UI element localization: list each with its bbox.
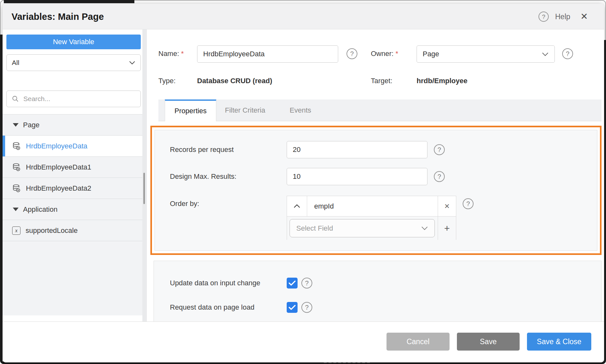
- type-value: Database CRUD (read): [197, 77, 272, 85]
- update-on-input-change-label: Update data on input change: [170, 279, 260, 287]
- cancel-button[interactable]: Cancel: [387, 333, 450, 351]
- chevron-down-icon: [542, 52, 549, 56]
- name-label: Name:*: [158, 50, 184, 58]
- design-max-results-label: Design Max. Results:: [170, 172, 236, 181]
- tree-item-hrdbemployeedata2[interactable]: HrdbEmployeeData2: [3, 178, 142, 199]
- records-per-request-input[interactable]: [287, 141, 427, 158]
- save-button[interactable]: Save: [457, 333, 520, 351]
- order-by-field-value[interactable]: empId: [307, 196, 438, 216]
- tab-events[interactable]: Events: [274, 99, 327, 121]
- order-by-control: empId ✕ Select Field +: [287, 196, 456, 240]
- help-glyph: ?: [437, 173, 441, 180]
- tab-filter-criteria[interactable]: Filter Criteria: [216, 99, 274, 121]
- chevron-down-icon: [129, 61, 135, 65]
- tree-item-hrdbemployeedata1[interactable]: HrdbEmployeeData1: [3, 157, 142, 178]
- backdrop-top-strip: [4, 0, 134, 3]
- records-per-request-label: Records per request: [170, 146, 234, 154]
- check-icon: [289, 280, 296, 286]
- order-by-label: Order by:: [170, 200, 199, 208]
- help-glyph: ?: [566, 51, 569, 57]
- add-order-field-button[interactable]: +: [438, 217, 456, 240]
- owner-label-text: Owner:: [371, 50, 394, 58]
- database-variable-icon: [12, 163, 21, 171]
- sidebar-scrollbar-thumb[interactable]: [143, 173, 145, 204]
- required-marker: *: [394, 50, 398, 58]
- add-order-field-row: Select Field +: [287, 216, 456, 240]
- tree-item-label: supportedLocale: [26, 226, 78, 235]
- model-variable-icon: x: [12, 226, 20, 235]
- records-help-icon[interactable]: ?: [434, 144, 445, 155]
- tree-item-supportedlocale[interactable]: x supportedLocale: [3, 220, 142, 241]
- help-glyph: ?: [466, 201, 470, 207]
- chevron-down-icon: [421, 226, 428, 230]
- dialog-footer: Cancel Save Save & Close: [3, 321, 604, 362]
- tree-item-label: HrdbEmployeeData2: [26, 184, 91, 193]
- detail-tabs: Properties Filter Criteria Events: [158, 99, 602, 121]
- owner-help-icon[interactable]: ?: [562, 48, 573, 59]
- name-label-text: Name:: [158, 50, 179, 58]
- variables-sidebar: New Variable All Page: [3, 29, 142, 321]
- tree-group-label: Application: [23, 205, 58, 214]
- owner-selected-value: Page: [423, 50, 439, 58]
- search-input[interactable]: [23, 95, 135, 103]
- help-label[interactable]: Help: [555, 12, 570, 21]
- select-field-placeholder: Select Field: [296, 224, 333, 233]
- target-label: Target:: [371, 77, 392, 85]
- request-on-page-load-help-icon[interactable]: ?: [301, 302, 312, 313]
- data-options-panel: Update data on input change ? Request da…: [154, 261, 602, 321]
- name-help-icon[interactable]: ?: [347, 48, 357, 59]
- order-by-row: empId ✕: [287, 196, 456, 216]
- variable-tree: Page HrdbEmployeeData: [3, 114, 142, 315]
- help-glyph: ?: [305, 280, 308, 286]
- remove-order-field-button[interactable]: ✕: [438, 196, 456, 216]
- design-help-icon[interactable]: ?: [434, 171, 445, 182]
- tab-properties[interactable]: Properties: [165, 99, 216, 121]
- tree-item-hrdbemployeedata[interactable]: HrdbEmployeeData: [3, 136, 142, 157]
- update-on-input-change-checkbox[interactable]: [287, 278, 298, 289]
- name-input[interactable]: [197, 45, 338, 63]
- owner-select[interactable]: Page: [417, 45, 555, 63]
- tree-item-label: HrdbEmployeeData: [26, 142, 87, 150]
- required-marker: *: [179, 50, 184, 58]
- help-glyph: ?: [305, 304, 308, 311]
- properties-panel: Records per request ? Design Max. Result…: [155, 130, 597, 251]
- check-icon: [289, 305, 296, 310]
- variable-filter-select[interactable]: All: [6, 54, 141, 71]
- tree-group-label: Page: [23, 121, 39, 129]
- backdrop-left-strip: [0, 35, 3, 364]
- highlighted-properties-panel: Records per request ? Design Max. Result…: [150, 126, 602, 255]
- owner-label: Owner:*: [371, 50, 398, 58]
- database-variable-icon: [12, 184, 21, 193]
- triangle-down-icon: [13, 208, 19, 211]
- dialog-header: Variables: Main Page ? Help ✕: [3, 4, 604, 29]
- variable-search: [6, 91, 141, 107]
- triangle-down-icon: [13, 123, 19, 127]
- update-on-input-change-help-icon[interactable]: ?: [301, 278, 312, 289]
- request-on-page-load-label: Request data on page load: [170, 303, 254, 312]
- sort-direction-button[interactable]: [287, 196, 307, 216]
- page-title: Variables: Main Page: [12, 12, 104, 22]
- variable-detail-pane: Name:* ? Owner:* Page ? Type: Database C…: [147, 29, 604, 321]
- close-icon[interactable]: ✕: [580, 12, 588, 21]
- order-by-help-icon[interactable]: ?: [463, 198, 474, 209]
- design-max-results-input[interactable]: [287, 168, 427, 185]
- help-glyph: ?: [350, 51, 354, 57]
- select-field-dropdown[interactable]: Select Field: [290, 219, 435, 237]
- help-icon[interactable]: ?: [538, 12, 549, 22]
- filter-selected-value: All: [12, 59, 19, 67]
- request-on-page-load-checkbox[interactable]: [287, 302, 298, 313]
- screenshot-frame: Variables: Main Page ? Help ✕ New Variab…: [0, 0, 606, 364]
- save-and-close-button[interactable]: Save & Close: [527, 333, 591, 351]
- tree-group-page[interactable]: Page: [3, 115, 142, 136]
- help-glyph: ?: [437, 146, 441, 153]
- search-icon: [12, 95, 19, 102]
- target-value: hrdb/Employee: [417, 77, 467, 85]
- chevron-up-icon: [293, 204, 300, 208]
- type-label: Type:: [158, 77, 176, 85]
- variables-dialog: Variables: Main Page ? Help ✕ New Variab…: [3, 4, 604, 362]
- tree-item-label: HrdbEmployeeData1: [26, 163, 91, 171]
- tree-group-application[interactable]: Application: [3, 199, 142, 220]
- database-variable-icon: [12, 142, 21, 150]
- help-glyph: ?: [542, 14, 546, 20]
- new-variable-button[interactable]: New Variable: [6, 35, 141, 49]
